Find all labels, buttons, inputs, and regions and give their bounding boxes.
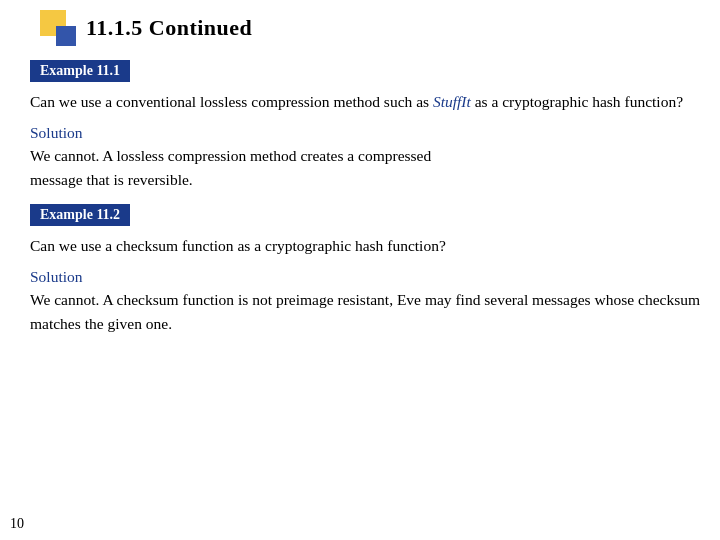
example2-solution-label: Solution [30,268,700,286]
example2-question: Can we use a checksum function as a cryp… [30,234,700,258]
example2-badge: Example 11.2 [30,204,700,234]
example1-section: Example 11.1 Can we use a conventional l… [30,60,700,192]
example2-section: Example 11.2 Can we use a checksum funct… [30,204,700,336]
page-number: 10 [10,516,24,532]
header: 11.1.5 Continued [30,10,700,46]
example1-badge: Example 11.1 [30,60,700,90]
page-title: 11.1.5 Continued [86,15,252,41]
stuffit-text: StuffIt [433,93,471,110]
page-container: 11.1.5 Continued Example 11.1 Can we use… [0,0,720,540]
example2-solution-text: We cannot. A checksum function is not pr… [30,288,700,336]
example1-solution-label: Solution [30,124,700,142]
example1-question: Can we use a conventional lossless compr… [30,90,700,114]
header-icon [40,10,76,46]
icon-blue [56,26,76,46]
example1-solution-text: We cannot. A lossless compression method… [30,144,700,192]
